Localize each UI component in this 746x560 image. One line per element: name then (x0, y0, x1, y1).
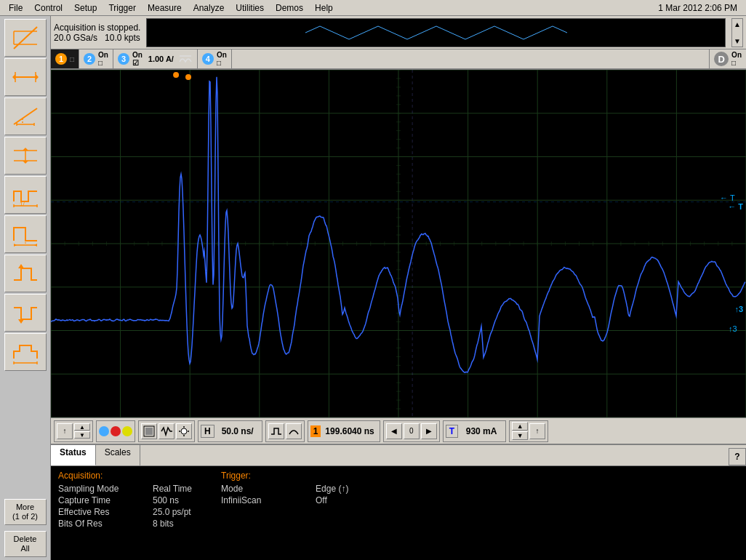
trigger-mode-val: Edge (↑) (316, 484, 348, 494)
help-button[interactable]: ? (729, 448, 746, 465)
ch4-color-dot[interactable] (122, 426, 132, 436)
tab-scales[interactable]: Scales (96, 445, 140, 465)
timebase-mode2-btn[interactable] (286, 423, 302, 439)
bits-of-res-row: Bits Of Res 8 bits (58, 519, 192, 529)
tool-step-measure[interactable]: 1/ (4, 176, 47, 214)
top-status-bar: Acquisition is stopped. 20.0 GSa/s 10.0 … (51, 16, 746, 49)
channel-4-button[interactable]: 4 On □ (198, 49, 232, 68)
trigger-mode-key: Mode (221, 484, 308, 494)
tab-status[interactable]: Status (51, 445, 96, 465)
trigger-up-btn[interactable]: ▲ (512, 422, 528, 431)
trigger-status-col: Trigger: Mode Edge (↑) InfiniiScan Off (221, 471, 348, 556)
trigger-mode-row: Mode Edge (↑) (221, 484, 348, 494)
effective-res-row: Effective Res 25.0 ps/pt (58, 507, 192, 517)
menu-trigger[interactable]: Trigger (103, 1, 142, 15)
infiniiscan-row: InfiniiScan Off (221, 495, 348, 505)
timebase-value: 50.0 ns/ (216, 426, 260, 436)
nav-zero-btn[interactable]: 0 (404, 423, 420, 439)
tool-step-complex[interactable] (4, 333, 47, 371)
menu-demos[interactable]: Demos (270, 1, 309, 15)
menu-measure[interactable]: Measure (142, 1, 188, 15)
sampling-mode-val: Real Time (153, 484, 192, 494)
channel-2-button[interactable]: 2 On □ (79, 49, 113, 68)
bits-of-res-key: Bits Of Res (58, 519, 145, 529)
main-container: 1/ (0, 16, 746, 560)
capture-time-key: Capture Time (58, 495, 145, 505)
scale-up-btn[interactable]: ▲ (74, 423, 90, 431)
trigger-position-value: 199.6040 ns (322, 426, 377, 436)
channel-3-button[interactable]: 3 On ☑ 1.00 A/ (113, 49, 198, 68)
channel-1-button[interactable]: 1 □ (51, 49, 79, 68)
sampling-mode-key: Sampling Mode (58, 484, 145, 494)
ch-d-on-label: On (731, 51, 742, 59)
display-mode-btn[interactable] (141, 423, 157, 439)
up-arrow-btn[interactable]: ↑ (57, 423, 73, 439)
infiniiscan-key: InfiniiScan (221, 495, 308, 505)
ch3-color-dot[interactable] (111, 426, 121, 436)
scroll-indicator[interactable]: ▲ ▼ (731, 18, 743, 47)
t-label: T (446, 425, 458, 438)
tool-double-h[interactable] (4, 137, 47, 175)
ch4-checkbox: □ (217, 59, 227, 67)
ch2-on-label: On (98, 51, 108, 59)
waveform-mode-btn[interactable] (159, 423, 175, 439)
acquisition-status: Acquisition is stopped. (54, 23, 140, 33)
tool-angled[interactable] (4, 97, 47, 135)
tool-h-arrows[interactable] (4, 58, 47, 96)
svg-marker-18 (23, 161, 28, 164)
menu-utilities[interactable]: Utilities (230, 1, 270, 15)
h-label: H (201, 425, 214, 438)
menu-setup[interactable]: Setup (68, 1, 103, 15)
datetime-display: 1 Mar 2012 2:06 PM (658, 3, 743, 13)
tool-diagonal[interactable] (4, 19, 47, 57)
brightness-btn[interactable] (176, 423, 192, 439)
tool-pulse-width[interactable] (4, 215, 47, 253)
menu-file[interactable]: File (3, 1, 28, 15)
svg-text:1/: 1/ (20, 201, 25, 207)
ch-d-checkbox: □ (731, 59, 742, 67)
bottom-toolbar: ↑ ▲ ▼ (51, 417, 746, 444)
menu-control[interactable]: Control (28, 1, 68, 15)
display-icons-group (138, 420, 195, 442)
tool-rising-pulse[interactable] (4, 255, 47, 292)
trigger-down-btn[interactable]: ▼ (512, 431, 528, 440)
ch3-num: 3 (118, 53, 129, 65)
ch-d-num: D (714, 52, 729, 66)
menu-bar: File Control Setup Trigger Measure Analy… (0, 0, 746, 16)
ch3-scale: 1.00 A/ (148, 55, 174, 63)
acquisition-info: Acquisition is stopped. 20.0 GSa/s 10.0 … (54, 23, 140, 43)
trigger-title: Trigger: (221, 471, 348, 481)
ch3-coupling-icon (178, 52, 193, 67)
bits-of-res-val: 8 bits (153, 519, 174, 529)
capture-time-row: Capture Time 500 ns (58, 495, 192, 505)
menu-analyze[interactable]: Analyze (188, 1, 230, 15)
timebase-mode-btn[interactable] (268, 423, 284, 439)
svg-marker-25 (34, 244, 37, 247)
trigger-waveform-display (146, 18, 726, 47)
ch1-checkbox: □ (70, 55, 74, 63)
trigger-ch-num: 1 (310, 425, 321, 437)
ch2-color-dot[interactable] (99, 426, 109, 436)
sampling-mode-row: Sampling Mode Real Time (58, 484, 192, 494)
right-content: Acquisition is stopped. 20.0 GSa/s 10.0 … (51, 16, 746, 560)
ch2-checkbox: □ (98, 59, 108, 67)
nav-right-btn[interactable]: ▶ (421, 423, 437, 439)
acquisition-status-col: Acquisition: Sampling Mode Real Time Cap… (58, 471, 192, 556)
nav-left-btn[interactable]: ◀ (386, 423, 402, 439)
ch4-on-label: On (217, 51, 227, 59)
ch3-checkbox: ☑ (132, 59, 143, 67)
ch3-marker: ↑3 (734, 305, 743, 313)
channel-d-button[interactable]: D On □ (709, 49, 746, 68)
delete-all-button[interactable]: Delete All (4, 531, 47, 557)
trigger-ref-btn[interactable]: ↑ (529, 423, 545, 439)
trigger-level-group: T 930 mA (443, 420, 506, 442)
menu-help[interactable]: Help (309, 1, 339, 15)
status-panel: Status Scales ? Acquisition: Sampling Mo… (51, 444, 746, 560)
ch2-num: 2 (84, 53, 95, 65)
ch1-trigger-dot (185, 74, 191, 80)
acquisition-rate: 20.0 GSa/s 10.0 kpts (54, 33, 140, 43)
tool-falling-pulse[interactable] (4, 294, 47, 332)
trigger-position-group: 1 199.6040 ns (308, 420, 380, 442)
scale-down-btn[interactable]: ▼ (74, 431, 90, 439)
more-button[interactable]: More (1 of 2) (4, 499, 47, 525)
